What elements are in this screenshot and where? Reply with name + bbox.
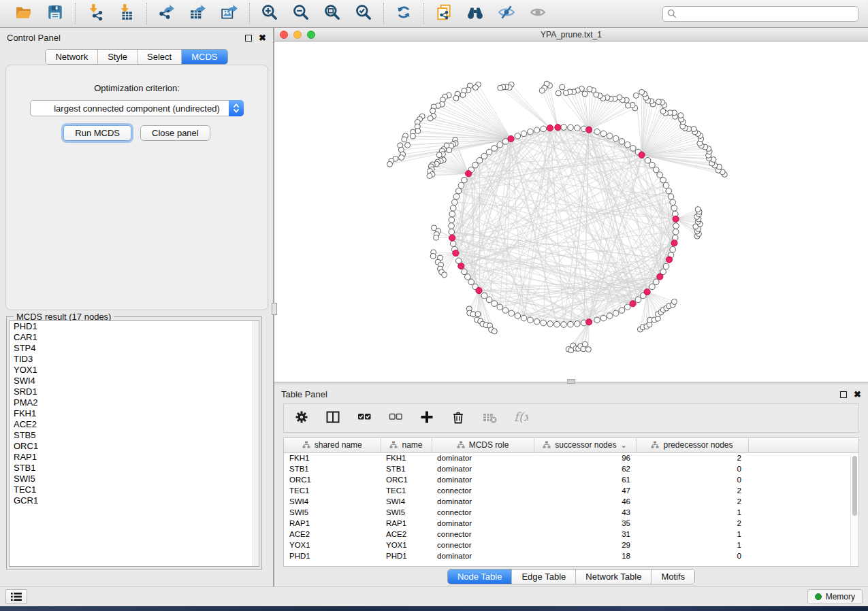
mcds-result-item[interactable]: STB1: [10, 463, 259, 474]
table-scrollbar[interactable]: [850, 455, 858, 565]
horizontal-splitter-handle[interactable]: [567, 379, 575, 384]
column-panel-button[interactable]: [325, 410, 341, 427]
zoom-out-button[interactable]: [291, 4, 310, 23]
save-session-button[interactable]: [46, 4, 65, 23]
table-row[interactable]: TEC1TEC1connector472: [284, 485, 859, 496]
select-all-button[interactable]: [356, 410, 372, 427]
zoom-selected-button[interactable]: [354, 4, 373, 23]
mcds-result-item[interactable]: TEC1: [10, 484, 259, 495]
column-header-successor-nodes[interactable]: successor nodes⌄: [534, 438, 636, 452]
mcds-result-item[interactable]: PHD1: [10, 321, 259, 332]
show-graphics-button[interactable]: [528, 4, 547, 23]
column-header-MCDS-role[interactable]: MCDS role: [432, 438, 534, 452]
search-box: [662, 6, 858, 22]
table-row[interactable]: FKH1FKH1dominator962: [284, 452, 859, 463]
hide-graphics-icon: [498, 3, 515, 24]
first-neighbors-button[interactable]: [466, 4, 485, 23]
zoom-fit-icon: [323, 3, 341, 24]
refresh-layout-button[interactable]: [394, 4, 413, 23]
attribute-icon: [651, 441, 659, 449]
table-row[interactable]: SWI4SWI4dominator462: [284, 496, 859, 507]
import-table-button[interactable]: [117, 4, 136, 23]
node-table[interactable]: shared namenameMCDS rolesuccessor nodes⌄…: [284, 438, 859, 561]
close-table-panel-icon[interactable]: ✖: [854, 391, 861, 398]
table-row[interactable]: PHD1PHD1dominator180: [284, 550, 859, 561]
network-window-titlebar[interactable]: YPA_prune.txt_1: [274, 28, 868, 42]
tab-select[interactable]: Select: [138, 50, 182, 64]
tab-network[interactable]: Network: [46, 50, 98, 64]
import-network-icon: [86, 3, 104, 24]
float-panel-icon[interactable]: [245, 35, 252, 42]
sort-descending-icon: ⌄: [620, 442, 626, 448]
gear-button[interactable]: [293, 410, 310, 427]
mcds-result-item[interactable]: YOX1: [10, 365, 259, 376]
export-table-button[interactable]: [189, 4, 208, 23]
mcds-result-item[interactable]: CAR1: [10, 332, 259, 343]
tab-style[interactable]: Style: [98, 50, 138, 64]
add-column-button[interactable]: [419, 410, 435, 427]
export-image-button[interactable]: [220, 4, 239, 23]
export-network-button[interactable]: [157, 4, 176, 23]
mcds-result-item[interactable]: PMA2: [10, 397, 259, 408]
node-table-container: shared namenameMCDS rolesuccessor nodes⌄…: [283, 437, 859, 567]
float-table-panel-icon[interactable]: [840, 391, 847, 398]
tab-node-table[interactable]: Node Table: [448, 569, 513, 584]
table-row[interactable]: RAP1RAP1dominator352: [284, 518, 859, 529]
clone-network-button[interactable]: [434, 4, 453, 23]
tab-network-table[interactable]: Network Table: [576, 569, 652, 584]
table-row[interactable]: STB1STB1dominator620: [284, 463, 859, 474]
mcds-result-item[interactable]: FKH1: [10, 408, 259, 419]
table-row[interactable]: SWI5SWI5connector431: [284, 507, 859, 518]
tab-edge-table[interactable]: Edge Table: [512, 569, 576, 584]
tab-mcds[interactable]: MCDS: [182, 50, 227, 64]
open-file-button[interactable]: [14, 4, 33, 23]
tab-motifs[interactable]: Motifs: [652, 569, 694, 584]
mcds-result-item[interactable]: RAP1: [10, 452, 259, 463]
status-bar: Memory: [0, 587, 868, 606]
vertical-splitter-handle[interactable]: [272, 303, 277, 315]
main-toolbar: [0, 0, 868, 28]
memory-button[interactable]: Memory: [807, 589, 863, 604]
mcds-result-item[interactable]: SRD1: [10, 386, 259, 397]
column-header-name[interactable]: name: [381, 438, 432, 452]
svg-text:f(x): f(x): [514, 410, 528, 424]
select-all-icon: [357, 410, 372, 427]
mcds-result-item[interactable]: GCR1: [10, 495, 259, 506]
table-row[interactable]: ACE2ACE2connector311: [284, 529, 859, 540]
mcds-result-list[interactable]: PHD1CAR1STP4TID3YOX1SWI4SRD1PMA2FKH1ACE2…: [9, 320, 259, 567]
delete-table-icon: [482, 410, 497, 427]
close-panel-icon[interactable]: ✖: [259, 35, 266, 42]
table-row[interactable]: ORC1ORC1dominator610: [284, 474, 859, 485]
network-graph[interactable]: [274, 42, 867, 382]
mcds-result-item[interactable]: STB5: [10, 430, 259, 441]
mcds-result-item[interactable]: ORC1: [10, 441, 259, 452]
delete-column-icon: [451, 410, 466, 427]
close-panel-button[interactable]: Close panel: [140, 125, 210, 141]
zoom-fit-button[interactable]: [323, 4, 342, 23]
import-network-button[interactable]: [86, 4, 105, 23]
mcds-result-item[interactable]: SWI4: [10, 376, 259, 386]
dropdown-value: largest connected component (undirected): [54, 103, 220, 114]
hide-graphics-button[interactable]: [497, 4, 516, 23]
mcds-result-item[interactable]: STP4: [10, 343, 259, 354]
delete-column-button[interactable]: [450, 410, 466, 427]
column-header-predecessor-nodes[interactable]: predecessor nodes: [636, 438, 748, 452]
column-panel-icon: [325, 410, 340, 427]
unselect-all-button[interactable]: [387, 410, 404, 427]
table-tabbar: Node TableEdge TableNetwork TableMotifs: [274, 569, 868, 584]
column-header-shared-name[interactable]: shared name: [284, 438, 381, 452]
run-mcds-button[interactable]: Run MCDS: [63, 125, 131, 141]
zoom-in-button[interactable]: [260, 4, 279, 23]
table-row[interactable]: YOX1YOX1connector291: [284, 540, 859, 550]
network-canvas[interactable]: [274, 42, 868, 382]
table-toolbar: f(x): [283, 403, 859, 433]
mcds-result-item[interactable]: TID3: [10, 354, 259, 365]
mcds-result-item[interactable]: SWI5: [10, 474, 259, 484]
search-input[interactable]: [662, 6, 858, 22]
control-panel-title: Control Panel: [7, 33, 61, 43]
mcds-list-scrollbar[interactable]: [253, 321, 259, 566]
mcds-result-item[interactable]: ACE2: [10, 419, 259, 430]
optimization-criterion-dropdown[interactable]: largest connected component (undirected): [30, 100, 244, 116]
table-scrollbar-thumb[interactable]: [852, 456, 857, 516]
show-panels-button[interactable]: [5, 589, 27, 604]
